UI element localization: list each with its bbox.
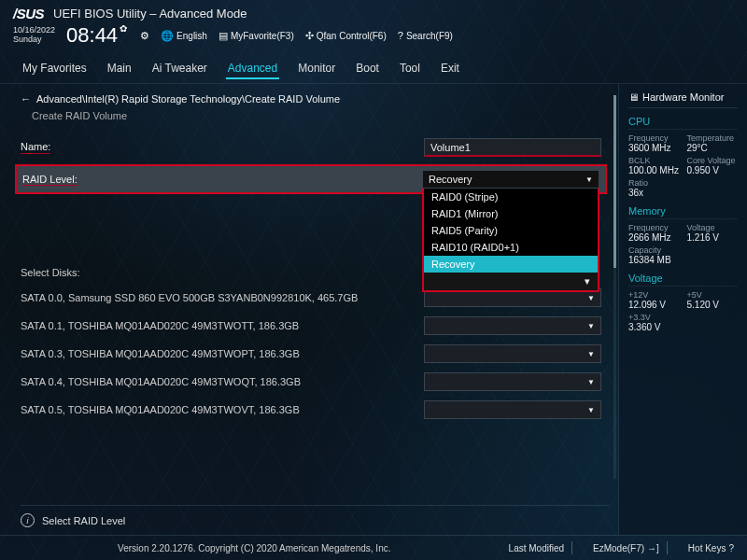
back-arrow-icon[interactable]: ← — [21, 93, 31, 105]
date-display: 10/16/2022Sunday — [13, 26, 55, 45]
raid-level-label: RAID Level: — [22, 174, 78, 186]
tab-myfavorites[interactable]: My Favorites — [21, 59, 89, 79]
disk-4-select[interactable]: ▼ — [424, 400, 601, 419]
chevron-down-icon: ▼ — [585, 175, 593, 184]
raid-level-select[interactable]: Recovery▼ — [422, 170, 599, 189]
breadcrumb[interactable]: ← Advanced\Intel(R) Rapid Storage Techno… — [21, 93, 601, 105]
info-icon: i — [21, 513, 35, 527]
disk-2: SATA 0.3, TOSHIBA MQ01AAD020C 49M3TWOPT,… — [21, 348, 300, 359]
monitor-icon: 🖥 — [628, 91, 639, 103]
tab-monitor[interactable]: Monitor — [296, 59, 337, 79]
tab-advanced[interactable]: Advanced — [226, 59, 279, 79]
brand-logo: /SUS — [13, 6, 44, 21]
tab-main[interactable]: Main — [106, 59, 134, 79]
myfavorite-button[interactable]: ▤MyFavorite(F3) — [218, 30, 294, 42]
tab-exit[interactable]: Exit — [439, 59, 461, 79]
globe-icon: 🌐 — [161, 30, 174, 42]
clock-display: 08:44✿ — [66, 23, 127, 48]
raid-option-1[interactable]: RAID1 (Mirror) — [424, 205, 598, 222]
tab-aitweaker[interactable]: Ai Tweaker — [150, 59, 209, 79]
raid-option-2[interactable]: RAID5 (Parity) — [424, 222, 598, 239]
disk-1-select[interactable]: ▼ — [424, 316, 601, 335]
search-button[interactable]: ?Search(F9) — [398, 30, 453, 41]
exit-icon: →] — [647, 543, 659, 553]
dropdown-arrow[interactable]: ▾ — [424, 273, 598, 290]
tab-tool[interactable]: Tool — [398, 59, 422, 79]
raid-option-3[interactable]: RAID10 (RAID0+1) — [424, 239, 598, 256]
name-label: Name: — [21, 141, 50, 154]
favorite-icon: ▤ — [218, 30, 228, 42]
qfan-button[interactable]: ✣Qfan Control(F6) — [305, 30, 387, 42]
disk-2-select[interactable]: ▼ — [424, 344, 601, 363]
page-subtitle: Create RAID Volume — [32, 110, 601, 121]
raid-level-dropdown: RAID0 (Stripe) RAID1 (Mirror) RAID5 (Par… — [422, 189, 599, 292]
ezmode-button[interactable]: EzMode(F7)→] — [593, 543, 659, 553]
language-button[interactable]: 🌐English — [161, 30, 207, 42]
disk-3: SATA 0.4, TOSHIBA MQ01AAD020C 49M3TWOQT,… — [21, 376, 301, 387]
tab-boot[interactable]: Boot — [354, 59, 381, 79]
volume-name-input[interactable] — [424, 138, 601, 157]
settings-icon[interactable]: ⚙ — [140, 30, 149, 42]
hardware-monitor-panel: 🖥Hardware Monitor CPU Frequency3600 MHzT… — [618, 84, 747, 535]
hotkeys-button[interactable]: Hot Keys? — [688, 543, 734, 553]
raid-option-4[interactable]: Recovery — [424, 256, 598, 273]
fan-icon: ✣ — [305, 30, 314, 42]
scrollbar[interactable] — [613, 95, 616, 479]
search-icon: ? — [398, 30, 403, 41]
version-text: Version 2.20.1276. Copyright (C) 2020 Am… — [13, 543, 496, 553]
disk-0: SATA 0.0, Samsung SSD 860 EVO 500GB S3YA… — [21, 292, 358, 303]
raid-option-0[interactable]: RAID0 (Stripe) — [424, 189, 598, 205]
last-modified-button[interactable]: Last Modified — [509, 543, 564, 553]
disk-3-select[interactable]: ▼ — [424, 372, 601, 391]
disk-4: SATA 0.5, TOSHIBA MQ01AAD020C 49M3TWOVT,… — [21, 404, 300, 415]
help-text: Select RAID Level — [42, 515, 125, 526]
help-icon: ? — [728, 543, 734, 553]
window-title: UEFI BIOS Utility – Advanced Mode — [53, 7, 247, 21]
main-tabs: My Favorites Main Ai Tweaker Advanced Mo… — [0, 53, 747, 84]
disk-1: SATA 0.1, TOSHIBA MQ01AAD020C 49M3TWOTT,… — [21, 320, 299, 331]
